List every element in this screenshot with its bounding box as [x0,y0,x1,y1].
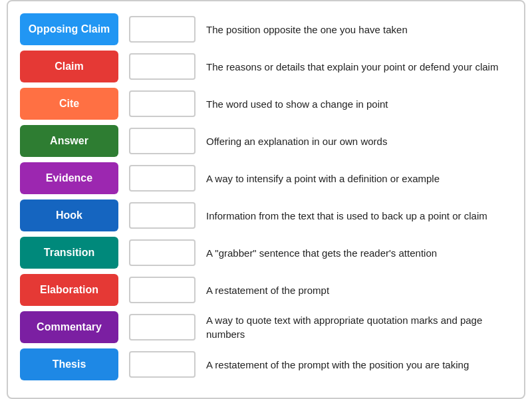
description-cite: The word used to show a change in point [206,97,388,111]
answer-box-cite[interactable] [129,90,196,117]
label-transition[interactable]: Transition [20,237,118,269]
description-elaboration: A restatement of the prompt [206,283,329,297]
answer-box-opposing-claim[interactable] [129,16,196,43]
description-commentary: A way to quote text with appropriate quo… [206,313,512,341]
label-elaboration[interactable]: Elaboration [20,274,118,306]
description-thesis: A restatement of the prompt with the pos… [206,358,469,372]
label-thesis[interactable]: Thesis [20,348,118,380]
answer-box-evidence[interactable] [129,165,196,192]
label-opposing-claim[interactable]: Opposing Claim [20,13,118,45]
matching-row: AnswerOffering an explanation in our own… [20,125,512,157]
label-hook[interactable]: Hook [20,200,118,231]
label-answer[interactable]: Answer [20,125,118,157]
label-cite[interactable]: Cite [20,88,118,120]
matching-row: Opposing ClaimThe position opposite the … [20,13,512,45]
answer-box-transition[interactable] [129,239,196,266]
matching-row: ClaimThe reasons or details that explain… [20,51,512,82]
matching-row: CiteThe word used to show a change in po… [20,88,512,120]
matching-row: HookInformation from the text that is us… [20,200,512,231]
matching-row: TransitionA "grabber" sentence that gets… [20,237,512,269]
label-commentary[interactable]: Commentary [20,311,118,343]
description-evidence: A way to intensify a point with a defini… [206,172,440,186]
answer-box-claim[interactable] [129,53,196,80]
answer-box-answer[interactable] [129,128,196,154]
description-transition: A "grabber" sentence that gets the reade… [206,246,437,260]
description-hook: Information from the text that is used t… [206,209,487,223]
matching-row: CommentaryA way to quote text with appro… [20,311,512,343]
description-answer: Offering an explanation in our own words [206,134,387,148]
matching-row: ElaborationA restatement of the prompt [20,274,512,306]
answer-box-elaboration[interactable] [129,277,196,303]
description-claim: The reasons or details that explain your… [206,60,498,74]
answer-box-thesis[interactable] [129,351,196,378]
matching-row: EvidenceA way to intensify a point with … [20,162,512,194]
label-claim[interactable]: Claim [20,51,118,82]
answer-box-hook[interactable] [129,202,196,229]
description-opposing-claim: The position opposite the one you have t… [206,23,408,37]
answer-box-commentary[interactable] [129,314,196,340]
main-container: Opposing ClaimThe position opposite the … [7,0,525,399]
label-evidence[interactable]: Evidence [20,162,118,194]
matching-row: ThesisA restatement of the prompt with t… [20,348,512,380]
